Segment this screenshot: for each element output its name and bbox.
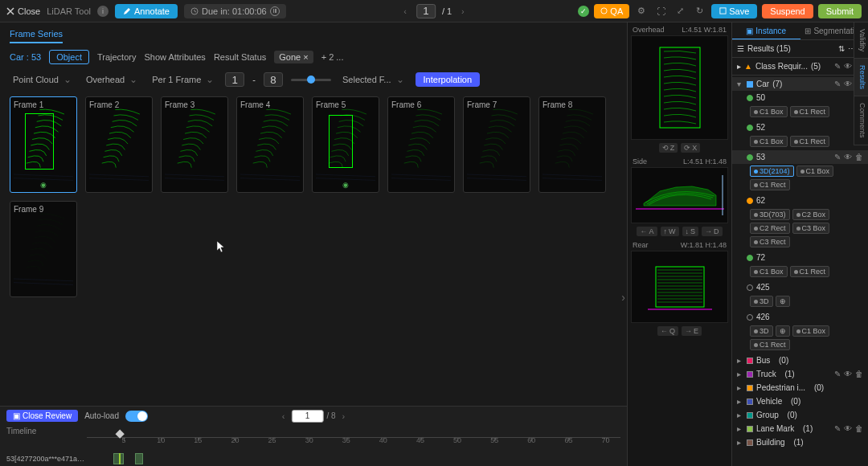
track-bar[interactable] <box>87 453 620 464</box>
tree-item-426[interactable]: 426 <box>732 310 868 324</box>
edit-icon[interactable]: ✎ <box>834 424 841 433</box>
chip[interactable]: 3D(2104) <box>750 166 794 177</box>
tree-node-building[interactable]: ▸Building (1) <box>732 435 868 449</box>
vtab-results[interactable]: Results <box>854 59 868 96</box>
close-review-button[interactable]: ▣ Close Review <box>6 410 78 422</box>
gone-chip[interactable]: Gone× <box>274 51 313 63</box>
submit-button[interactable]: Submit <box>818 4 862 18</box>
auto-load-toggle[interactable] <box>125 411 148 422</box>
prev-page-arrow[interactable]: ‹ <box>400 6 410 16</box>
frame-card[interactable]: Frame 2 <box>85 96 153 193</box>
frame-card[interactable]: Frame 3 <box>161 96 228 193</box>
chip[interactable]: C1 Rect <box>750 179 790 190</box>
bot-next-arrow[interactable]: › <box>339 411 349 421</box>
frame-card[interactable]: Frame 4 <box>236 96 304 193</box>
chip[interactable]: C1 Box <box>792 325 830 337</box>
tree-item-50[interactable]: 50 <box>732 91 868 104</box>
frame-card[interactable]: Frame 9 <box>10 201 77 297</box>
bbox[interactable] <box>25 113 54 170</box>
edit-icon[interactable]: ✎ <box>834 62 841 71</box>
eye-icon[interactable]: 👁 <box>844 153 852 161</box>
class-req-label[interactable]: Class Requir... <box>755 62 808 71</box>
range-from-input[interactable] <box>225 72 244 87</box>
close-button[interactable]: Close <box>6 6 40 16</box>
chip[interactable]: C3 Rect <box>750 236 790 247</box>
refresh-icon[interactable]: ↻ <box>692 4 706 18</box>
zoom-slider[interactable] <box>291 79 331 81</box>
overhead-view[interactable] <box>631 35 728 140</box>
chip[interactable]: C1 Rect <box>790 136 830 147</box>
trash-icon[interactable]: 🗑 <box>855 370 863 378</box>
info-icon[interactable]: i <box>97 6 108 17</box>
bot-prev-arrow[interactable]: ‹ <box>279 411 289 421</box>
timeline-ruler[interactable]: 510152025303540455055606570 <box>87 437 620 450</box>
key-s[interactable]: ↓ S <box>682 227 699 236</box>
dropdown-interval[interactable]: Per 1 Frame <box>149 72 217 87</box>
interpolation-button[interactable]: Interpolation <box>416 72 481 87</box>
frame-card[interactable]: Frame 7 <box>463 96 530 193</box>
chip[interactable]: 3D <box>750 296 773 307</box>
track-name[interactable]: 53[4277200a***e471a019a84b] <box>6 455 87 463</box>
tab-instance[interactable]: ▣Instance <box>732 22 800 39</box>
chevron-icon[interactable]: ▸ <box>737 62 741 71</box>
track-marker[interactable] <box>119 453 121 464</box>
vtab-validity[interactable]: Validity <box>854 22 868 59</box>
chip[interactable]: 3D(703) <box>750 209 790 220</box>
page-input[interactable] <box>416 4 436 18</box>
tree-item-53[interactable]: 53✎👁🗑 <box>732 150 868 164</box>
chip[interactable]: C2 Box <box>792 209 830 220</box>
fullscreen-icon[interactable]: ⤢ <box>673 4 687 18</box>
sort-icon[interactable]: ⇅ <box>838 44 845 53</box>
chip[interactable]: C1 Box <box>750 136 788 147</box>
track-segment[interactable] <box>135 453 143 464</box>
suspend-button[interactable]: Suspend <box>762 4 813 18</box>
chip-add[interactable]: ⊕ <box>776 325 790 337</box>
chip[interactable]: C1 Box <box>750 266 788 277</box>
tree-node-group[interactable]: ▸Group (0) <box>732 408 868 422</box>
trash-icon[interactable]: 🗑 <box>855 153 863 161</box>
slider-thumb[interactable] <box>307 76 315 84</box>
tree-item-72[interactable]: 72 <box>732 251 868 264</box>
pause-icon[interactable] <box>270 6 280 16</box>
key-e[interactable]: → E <box>682 326 702 336</box>
frame-card[interactable]: Frame 5 ◉ <box>312 96 379 193</box>
tab-trajectory[interactable]: Trajectory <box>97 52 137 62</box>
trash-icon[interactable]: 🗑 <box>855 424 863 433</box>
edit-icon[interactable]: ✎ <box>834 153 841 161</box>
tab-frame-series[interactable]: Frame Series <box>10 29 63 43</box>
bot-page-input[interactable] <box>291 410 323 423</box>
tree-item-52[interactable]: 52 <box>732 121 868 134</box>
chip[interactable]: C1 Rect <box>790 106 830 117</box>
expand-icon[interactable]: ⛶ <box>653 4 668 18</box>
chip[interactable]: C2 Rect <box>750 223 790 234</box>
frame-card[interactable]: Frame 1 ◉ <box>10 96 77 193</box>
frame-card[interactable]: Frame 8 <box>538 96 606 193</box>
tree-node-vehicle[interactable]: ▸Vehicle (0) <box>732 394 868 408</box>
chip[interactable]: C3 Box <box>792 223 830 234</box>
eye-icon[interactable]: 👁 <box>844 62 852 71</box>
key-a[interactable]: ← A <box>637 227 657 236</box>
key-z[interactable]: ⟲ Z <box>659 143 678 153</box>
tab-object[interactable]: Object <box>49 50 89 64</box>
tree-node-car[interactable]: ▾ Car (7) ✎👁🗑 <box>732 77 868 91</box>
chip[interactable]: 3D <box>750 325 773 337</box>
vtab-comments[interactable]: Comments <box>854 96 868 145</box>
eye-icon[interactable]: 👁 <box>844 80 852 88</box>
bbox[interactable] <box>329 115 353 168</box>
chip[interactable]: C1 Box <box>750 106 788 117</box>
show-attributes[interactable]: Show Attributes <box>144 52 205 62</box>
tree-node-bus[interactable]: ▸Bus (0) <box>732 354 868 367</box>
tree-node-pedestrian[interactable]: ▸Pedestrian i... (0) <box>732 381 868 394</box>
save-button[interactable]: Save <box>711 4 757 18</box>
dropdown-selected[interactable]: Selected F... <box>339 72 407 87</box>
chip[interactable]: C1 Rect <box>790 266 830 277</box>
dropdown-view-mode[interactable]: Point Cloud <box>10 72 75 87</box>
result-status[interactable]: Result Status <box>214 52 266 62</box>
edit-icon[interactable]: ✎ <box>834 370 841 378</box>
tree-node-truck[interactable]: ▸Truck (1)✎👁🗑 <box>732 367 868 381</box>
chip[interactable]: C1 Box <box>796 166 834 177</box>
next-page-arrow[interactable]: › <box>458 6 468 16</box>
chip-add[interactable]: ⊕ <box>776 296 790 307</box>
chip[interactable]: C1 Rect <box>750 339 790 350</box>
qa-button[interactable]: QA <box>594 4 629 18</box>
